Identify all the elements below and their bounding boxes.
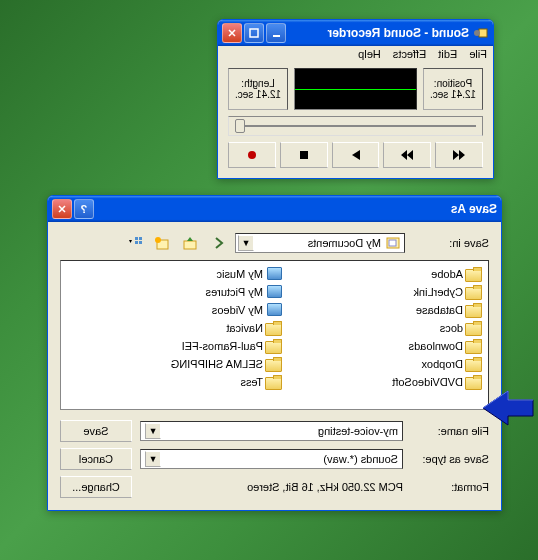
file-item[interactable]: Database xyxy=(304,301,484,318)
recorder-app-icon xyxy=(473,25,489,41)
maximize-button[interactable] xyxy=(244,23,264,43)
savetype-value: Sounds (*.wav) xyxy=(323,453,398,465)
svg-rect-2 xyxy=(273,35,280,37)
folder-icon xyxy=(267,339,282,352)
seek-end-button[interactable] xyxy=(383,142,431,168)
file-item[interactable]: Adobe xyxy=(304,265,484,282)
file-item-label: Tess xyxy=(240,376,263,388)
sound-recorder-window: Sound - Sound Recorder File Edit Effects… xyxy=(217,19,494,179)
position-display: Position: 12.41 sec. xyxy=(423,68,483,110)
svg-rect-12 xyxy=(135,237,138,240)
filename-input[interactable]: my-voice-testing ▼ xyxy=(140,421,403,441)
file-item-label: Adobe xyxy=(431,268,463,280)
menu-edit[interactable]: Edit xyxy=(438,48,457,60)
svg-rect-13 xyxy=(139,241,142,244)
back-button[interactable] xyxy=(207,232,229,254)
file-item[interactable]: Downloads xyxy=(304,337,484,354)
recorder-menubar: File Edit Effects Help xyxy=(218,46,493,62)
saveas-title: Save As xyxy=(94,202,497,216)
folder-icon xyxy=(467,321,482,334)
svg-point-5 xyxy=(248,151,256,159)
format-value: PCM 22.050 kHz, 16 Bit, Stereo xyxy=(247,481,403,493)
dropdown-icon[interactable]: ▼ xyxy=(145,451,161,467)
file-item-label: docs xyxy=(440,322,463,334)
file-item-label: Paul-Ramos-FEI xyxy=(182,340,263,352)
seek-start-button[interactable] xyxy=(435,142,483,168)
svg-rect-3 xyxy=(250,29,258,37)
svg-rect-14 xyxy=(135,241,138,244)
savein-value: My Documents xyxy=(308,237,381,249)
menu-help[interactable]: Help xyxy=(358,48,381,60)
menu-file[interactable]: File xyxy=(469,48,487,60)
position-value: 12.41 sec. xyxy=(426,89,480,100)
saveas-titlebar[interactable]: Save As ? xyxy=(48,196,501,222)
annotation-arrow xyxy=(478,383,538,433)
savetype-combo[interactable]: Sounds (*.wav) ▼ xyxy=(140,449,403,469)
folder-icon xyxy=(467,303,482,316)
record-button[interactable] xyxy=(228,142,276,168)
folder-icon xyxy=(467,339,482,352)
filename-value: my-voice-testing xyxy=(318,425,398,437)
file-item[interactable]: Paul-Ramos-FEI xyxy=(104,337,284,354)
change-button[interactable]: Change... xyxy=(60,476,132,498)
up-folder-button[interactable] xyxy=(179,232,201,254)
folder-icon xyxy=(267,321,282,334)
file-item[interactable]: My Pictures xyxy=(104,283,284,300)
length-display: Length: 12.41 sec. xyxy=(228,68,288,110)
svg-rect-7 xyxy=(389,240,396,246)
file-item[interactable]: My Videos xyxy=(104,301,284,318)
position-label: Position: xyxy=(426,78,480,89)
file-item[interactable]: docs xyxy=(304,319,484,336)
file-item[interactable]: My Music xyxy=(104,265,284,282)
minimize-button[interactable] xyxy=(266,23,286,43)
dropdown-icon[interactable]: ▼ xyxy=(145,423,161,439)
svg-rect-4 xyxy=(300,151,308,159)
file-item-label: Dropbox xyxy=(421,358,463,370)
special-folder-icon xyxy=(267,303,282,316)
close-button[interactable] xyxy=(52,199,72,219)
length-label: Length: xyxy=(231,78,285,89)
file-item[interactable]: CyberLink xyxy=(304,283,484,300)
file-item-label: CyberLink xyxy=(413,286,463,298)
file-item-label: DVDVideoSoft xyxy=(392,376,463,388)
stop-button[interactable] xyxy=(280,142,328,168)
menu-effects[interactable]: Effects xyxy=(393,48,426,60)
folder-icon xyxy=(467,285,482,298)
help-button[interactable]: ? xyxy=(74,199,94,219)
file-item[interactable]: Dropbox xyxy=(304,355,484,372)
file-item[interactable]: Tess xyxy=(104,373,284,390)
slider-thumb[interactable] xyxy=(235,119,245,133)
svg-rect-8 xyxy=(184,241,196,249)
recorder-titlebar[interactable]: Sound - Sound Recorder xyxy=(218,20,493,46)
savein-combo[interactable]: My Documents ▼ xyxy=(235,233,405,253)
new-folder-button[interactable] xyxy=(151,232,173,254)
save-button[interactable]: Save xyxy=(60,420,132,442)
file-item[interactable]: DVDVideoSoft xyxy=(304,373,484,390)
close-button[interactable] xyxy=(222,23,242,43)
cancel-button[interactable]: Cancel xyxy=(60,448,132,470)
length-value: 12.41 sec. xyxy=(231,89,285,100)
waveform-display xyxy=(294,68,417,110)
format-label: Format: xyxy=(411,481,489,493)
savetype-label: Save as type: xyxy=(411,453,489,465)
view-menu-button[interactable] xyxy=(123,232,145,254)
file-item[interactable]: SELMA SHIPPING xyxy=(104,355,284,372)
file-item[interactable]: Navicat xyxy=(104,319,284,336)
folder-icon xyxy=(467,357,482,370)
file-item-label: Database xyxy=(416,304,463,316)
svg-point-1 xyxy=(474,30,480,36)
file-item-label: SELMA SHIPPING xyxy=(171,358,263,370)
folder-icon xyxy=(467,267,482,280)
play-button[interactable] xyxy=(332,142,380,168)
svg-rect-11 xyxy=(139,237,142,240)
file-list-pane[interactable]: AdobeCyberLinkDatabasedocsDownloadsDropb… xyxy=(60,260,489,410)
save-as-dialog: Save As ? Save in: My Documents ▼ AdobeC… xyxy=(47,195,502,511)
file-item-label: My Videos xyxy=(212,304,263,316)
recorder-title: Sound - Sound Recorder xyxy=(286,26,469,40)
folder-icon xyxy=(267,357,282,370)
file-item-label: My Music xyxy=(217,268,263,280)
position-slider[interactable] xyxy=(228,116,483,136)
special-folder-icon xyxy=(267,285,282,298)
file-item-label: Navicat xyxy=(226,322,263,334)
dropdown-icon[interactable]: ▼ xyxy=(238,235,254,251)
